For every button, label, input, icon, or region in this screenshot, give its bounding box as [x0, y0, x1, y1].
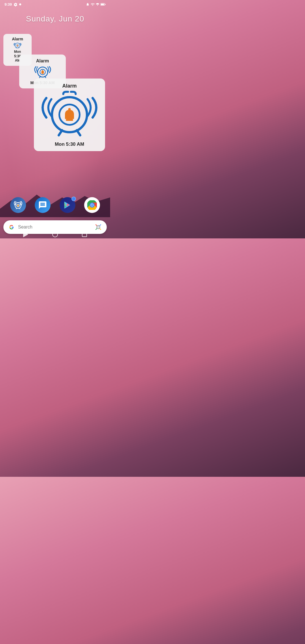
alarm-app-icon[interactable] — [10, 197, 26, 213]
svg-rect-1 — [101, 4, 104, 5]
dock-chrome-app[interactable] — [84, 197, 100, 213]
svg-point-14 — [68, 108, 71, 111]
google-lens-icon[interactable] — [94, 223, 102, 231]
dock-alarm-app[interactable] — [10, 197, 26, 213]
date-display: Sunday, Jun 20 — [0, 14, 110, 23]
svg-rect-9 — [42, 73, 43, 74]
play-app-icon[interactable] — [60, 197, 75, 213]
settings-icon — [14, 3, 18, 6]
svg-point-6 — [17, 45, 18, 45]
svg-rect-17 — [18, 206, 19, 207]
play-notification-badge — [71, 197, 76, 201]
alarm-widget-large[interactable]: Alarm Mon 5:30 AM — [34, 79, 105, 151]
widget-medium-title: Alarm — [36, 58, 49, 64]
messages-svg — [38, 201, 47, 210]
status-bar: 9:39 — [0, 0, 110, 8]
nav-home-button[interactable] — [52, 232, 58, 237]
svg-point-22 — [91, 204, 93, 206]
app-dock — [0, 194, 110, 216]
alarm-status-icon — [86, 3, 90, 6]
wifi-icon — [91, 3, 95, 6]
svg-rect-5 — [17, 46, 18, 46]
svg-point-10 — [42, 70, 43, 71]
play-svg — [63, 201, 72, 209]
google-logo — [8, 223, 15, 231]
messages-app-icon[interactable] — [35, 197, 51, 213]
status-time: 9:39 — [5, 2, 12, 6]
dock-messages-app[interactable] — [35, 197, 51, 213]
status-right — [86, 3, 106, 6]
search-input-container[interactable] — [18, 224, 91, 230]
alarm-icon-small — [13, 42, 22, 49]
chrome-app-icon[interactable] — [84, 197, 100, 213]
nav-back-button[interactable] — [23, 232, 28, 237]
svg-point-24 — [94, 223, 102, 231]
widget-small-title: Alarm — [12, 37, 23, 41]
signal-icon — [96, 3, 99, 6]
widget-large-time: Mon 5:30 AM — [55, 142, 84, 147]
alarm-app-svg — [14, 201, 23, 210]
search-input[interactable] — [18, 224, 91, 230]
alarm-icon-large — [41, 91, 98, 139]
svg-rect-2 — [105, 4, 106, 5]
dock-play-app[interactable] — [60, 197, 75, 213]
alarm-icon-medium — [34, 65, 51, 79]
chrome-svg — [87, 200, 97, 210]
battery-icon — [101, 3, 106, 6]
status-left: 9:39 — [5, 2, 21, 6]
nav-recent-button[interactable] — [82, 232, 87, 237]
notification-dot — [19, 3, 21, 5]
widget-large-title: Alarm — [62, 83, 77, 89]
nav-bar — [0, 232, 110, 237]
svg-rect-13 — [66, 119, 73, 121]
svg-point-23 — [8, 223, 15, 231]
